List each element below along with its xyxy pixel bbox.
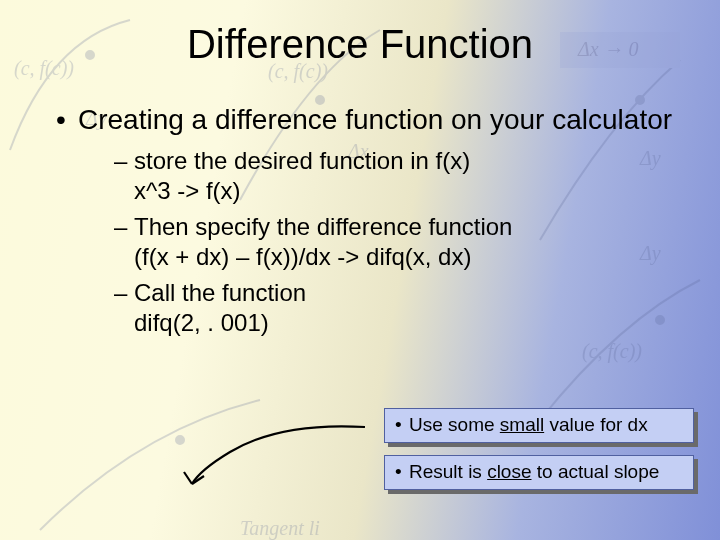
bullet-main: Creating a difference function on your c… (56, 103, 692, 338)
callout-group: •Use some small value for dx •Result is … (384, 408, 694, 502)
connector-arrow-icon (170, 412, 370, 502)
bullet-list-level2: store the desired function in f(x) x^3 -… (78, 146, 692, 338)
callout-close-slope: •Result is close to actual slope (384, 455, 694, 490)
sub-bullet-call: Call the function difq(2, . 001) (114, 278, 692, 338)
sub-bullet-store: store the desired function in f(x) x^3 -… (114, 146, 692, 206)
sub-bullet-specify: Then specify the difference function (f(… (114, 212, 692, 272)
bullet-list-level1: Creating a difference function on your c… (28, 103, 692, 338)
callout-small-value: •Use some small value for dx (384, 408, 694, 443)
bullet-main-text: Creating a difference function on your c… (78, 104, 672, 135)
slide-container: Difference Function Creating a differenc… (0, 0, 720, 540)
slide-title: Difference Function (28, 22, 692, 67)
